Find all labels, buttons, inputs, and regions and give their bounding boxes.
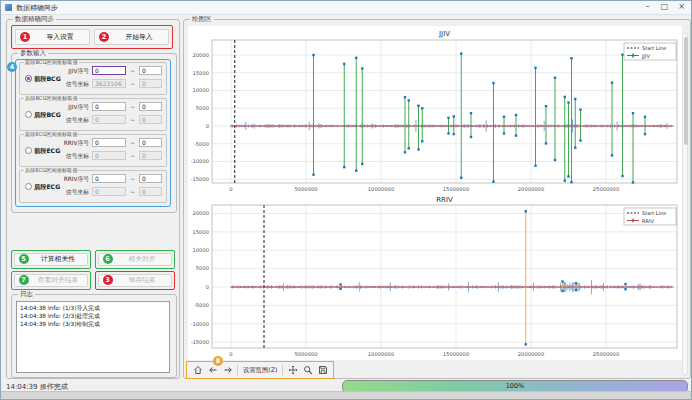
zoom-icon[interactable] bbox=[302, 365, 313, 376]
log-group-title: 日志 bbox=[18, 291, 35, 298]
front-bcg-radio[interactable] bbox=[25, 75, 32, 82]
import-buttons-highlight: 1 导入设置 2 开始导入 bbox=[11, 25, 173, 49]
row-label: 信号坐标 bbox=[56, 152, 89, 161]
svg-text:20000000: 20000000 bbox=[518, 351, 544, 357]
svg-text:10000: 10000 bbox=[192, 247, 209, 253]
maximize-button[interactable]: □ bbox=[656, 1, 673, 14]
back-icon[interactable] bbox=[207, 365, 218, 376]
svg-text:10000000: 10000000 bbox=[368, 186, 394, 192]
params-group-title: 参数输入 bbox=[18, 50, 48, 57]
svg-text:0: 0 bbox=[229, 351, 232, 357]
signal-coord-to-input bbox=[139, 151, 162, 160]
left-panel-title: 数据精确同步 bbox=[13, 16, 56, 23]
svg-text:RRIV: RRIV bbox=[642, 218, 654, 224]
badge-8: 8 bbox=[213, 356, 223, 366]
log-entry: 14:04:39 Info: (3/3)绘制完成 bbox=[17, 320, 169, 328]
svg-text:10000: 10000 bbox=[192, 87, 209, 93]
badge-1: 1 bbox=[20, 32, 30, 42]
rriv-index-from-input[interactable] bbox=[92, 138, 126, 147]
signal-coord-from-input bbox=[92, 115, 126, 124]
signal-coord-from-input bbox=[92, 151, 126, 160]
pan-icon[interactable] bbox=[287, 365, 298, 376]
badge-6: 6 bbox=[103, 254, 113, 264]
forward-icon[interactable] bbox=[222, 365, 233, 376]
section-front-ecg: 前段ECG区间坐标取值 前段ECG RRIV序号 ~ 信号坐标 ~ bbox=[19, 134, 167, 167]
start-import-button[interactable]: 2 开始导入 bbox=[94, 29, 169, 45]
correlation-align-button[interactable]: 6 相关对齐 bbox=[98, 253, 172, 266]
row-label: JJIV序号 bbox=[56, 67, 89, 76]
minimize-button[interactable]: – bbox=[639, 1, 656, 14]
import-settings-label: 导入设置 bbox=[35, 32, 85, 42]
signal-coord-from-input bbox=[92, 79, 126, 88]
row-label: 信号坐标 bbox=[56, 80, 89, 89]
calc-highlight: 5 计算相关性 bbox=[11, 250, 91, 269]
log-group: 日志 14:04:38 Info: (1/3)导入完成 14:04:38 Inf… bbox=[11, 294, 177, 378]
svg-text:5000: 5000 bbox=[196, 105, 209, 111]
close-button[interactable]: × bbox=[673, 1, 690, 14]
start-import-label: 开始导入 bbox=[114, 32, 164, 42]
calc-correlation-button[interactable]: 5 计算相关性 bbox=[14, 253, 88, 266]
toolbar-separator bbox=[282, 365, 283, 375]
rriv-index-from-input[interactable] bbox=[92, 174, 126, 183]
log-entry: 14:04:38 Info: (2/3)处理完成 bbox=[17, 312, 169, 320]
rear-ecg-radio[interactable] bbox=[25, 183, 32, 190]
scrollbar-thumb[interactable] bbox=[684, 37, 688, 145]
front-ecg-radio[interactable] bbox=[25, 147, 32, 154]
svg-text:15000: 15000 bbox=[192, 70, 209, 76]
correlation-align-label: 相关对齐 bbox=[118, 254, 167, 264]
align-highlight: 6 相关对齐 bbox=[95, 250, 175, 269]
window-title: 数据精确同步 bbox=[16, 3, 58, 13]
save-result-button[interactable]: 3 保存结果 bbox=[98, 274, 172, 287]
row-label: RRIV序号 bbox=[56, 175, 89, 184]
jjiv-index-from-input[interactable] bbox=[92, 66, 126, 75]
svg-text:15000000: 15000000 bbox=[443, 351, 469, 357]
svg-text:5000000: 5000000 bbox=[294, 186, 317, 192]
plot-toolbar: 8 设置范围(Z) bbox=[186, 361, 334, 379]
calc-correlation-label: 计算相关性 bbox=[34, 254, 83, 264]
svg-text:5000000: 5000000 bbox=[294, 351, 317, 357]
view-align-result-button[interactable]: 7 查看对齐结果 bbox=[14, 274, 88, 287]
rriv-index-to-input[interactable] bbox=[139, 138, 162, 147]
tilde: ~ bbox=[130, 139, 135, 146]
jjiv-index-from-input[interactable] bbox=[92, 102, 126, 111]
rriv-index-to-input[interactable] bbox=[139, 174, 162, 183]
signal-coord-to-input bbox=[139, 187, 162, 196]
set-range-button[interactable]: 设置范围(Z) bbox=[242, 366, 278, 375]
svg-text:Start Line: Start Line bbox=[642, 45, 666, 51]
progress-label: 100% bbox=[343, 381, 687, 391]
jjiv-index-to-input[interactable] bbox=[139, 102, 162, 111]
svg-text:0: 0 bbox=[206, 123, 209, 129]
section-title: 前段ECG区间坐标取值 bbox=[24, 132, 78, 137]
tilde: ~ bbox=[130, 80, 135, 87]
svg-text:-10000: -10000 bbox=[191, 158, 209, 164]
jjiv-index-to-input[interactable] bbox=[139, 66, 162, 75]
badge-2: 2 bbox=[99, 32, 109, 42]
svg-text:Start Line: Start Line bbox=[642, 210, 666, 216]
badge-5: 5 bbox=[19, 254, 29, 264]
left-panel-group: 数据精确同步 1 导入设置 2 开始导入 参数输入 4 前段BCG区间坐标取值 … bbox=[6, 19, 180, 379]
svg-text:20000: 20000 bbox=[192, 210, 209, 216]
signal-coord-from-input bbox=[92, 187, 126, 196]
svg-text:5000: 5000 bbox=[196, 265, 209, 271]
app-icon bbox=[5, 4, 12, 11]
rear-bcg-radio[interactable] bbox=[25, 111, 32, 118]
badge-7: 7 bbox=[19, 275, 29, 285]
svg-text:10000000: 10000000 bbox=[368, 351, 394, 357]
chart-canvas[interactable]: JJIV20000150001000050000-5000-10000-1500… bbox=[188, 26, 682, 360]
svg-text:-5000: -5000 bbox=[194, 141, 209, 147]
toolbar-separator bbox=[237, 365, 238, 375]
import-settings-button[interactable]: 1 导入设置 bbox=[15, 29, 90, 45]
save-result-label: 保存结果 bbox=[118, 275, 167, 285]
row-label: 信号坐标 bbox=[56, 116, 89, 125]
svg-text:0: 0 bbox=[229, 186, 232, 192]
params-group: 参数输入 4 前段BCG区间坐标取值 前段BCG JJIV序号 ~ 信号坐标 ~ bbox=[11, 53, 177, 213]
plot-vertical-scrollbar[interactable] bbox=[682, 32, 688, 376]
tilde: ~ bbox=[130, 188, 135, 195]
home-icon[interactable] bbox=[192, 365, 203, 376]
log-textarea[interactable]: 14:04:38 Info: (1/3)导入完成 14:04:38 Info: … bbox=[16, 301, 170, 373]
section-title: 后段ECG区间坐标取值 bbox=[24, 168, 78, 173]
params-highlight: 4 前段BCG区间坐标取值 前段BCG JJIV序号 ~ 信号坐标 ~ bbox=[15, 59, 171, 207]
svg-text:RRIV: RRIV bbox=[436, 196, 453, 204]
save-icon[interactable] bbox=[317, 365, 328, 376]
window-bottom-edge bbox=[1, 391, 691, 399]
